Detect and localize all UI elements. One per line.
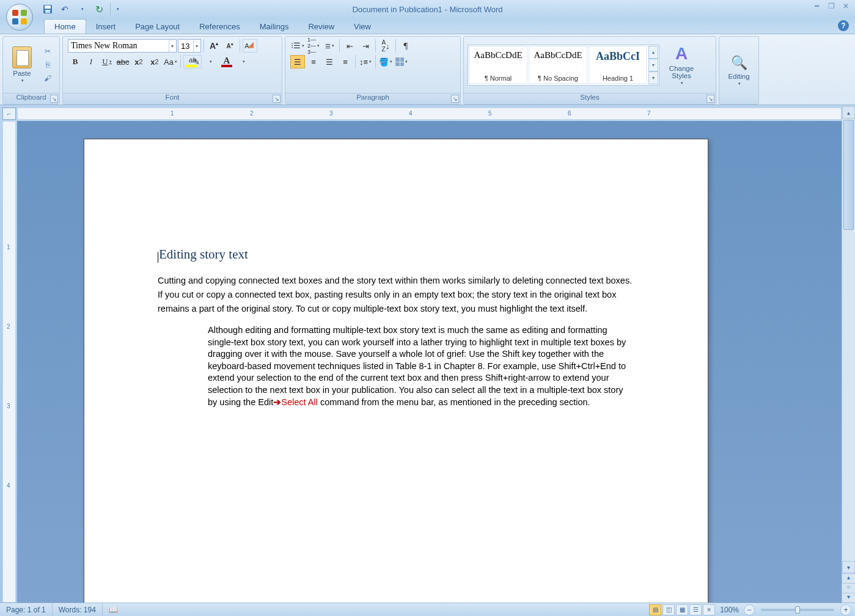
page[interactable]: Editing story text Cutting and copying c…: [84, 139, 708, 603]
format-painter-icon[interactable]: 🖌: [42, 73, 53, 83]
help-icon[interactable]: ?: [838, 20, 849, 31]
tab-view[interactable]: View: [344, 20, 381, 34]
office-button[interactable]: [5, 2, 34, 32]
bullets-button[interactable]: ⁝☰▾: [290, 39, 305, 53]
style-scroll-down[interactable]: ▾: [648, 59, 658, 72]
group-font: Times New Roman ▾ 13 ▾ A▴ A▾ A◢ B I U▾ a…: [62, 36, 282, 105]
decrease-indent-button[interactable]: ⇤: [342, 39, 357, 53]
group-clipboard: Paste ▾ ✂ ⎘ 🖌 Clipboard ↘: [2, 36, 60, 105]
prev-page-button[interactable]: ▴: [842, 573, 855, 583]
vertical-scrollbar[interactable]: ▴ ▾ ▴ ○ ▾: [842, 106, 855, 603]
undo-dropdown[interactable]: ▾: [76, 3, 88, 15]
clipboard-launcher[interactable]: ↘: [50, 95, 58, 103]
vertical-ruler[interactable]: 1 2 3 4: [2, 121, 16, 603]
view-web-layout[interactable]: ▦: [676, 604, 688, 615]
cut-icon[interactable]: ✂: [42, 46, 53, 56]
scroll-down-button[interactable]: ▾: [842, 561, 855, 573]
status-proofing[interactable]: 📖: [103, 603, 124, 616]
scroll-thumb[interactable]: [843, 120, 854, 230]
save-icon[interactable]: [42, 3, 54, 15]
multilevel-button[interactable]: ☰▾: [322, 39, 337, 53]
page-content[interactable]: Editing story text Cutting and copying c…: [158, 244, 634, 408]
borders-button[interactable]: ▾: [394, 55, 409, 68]
highlight-button[interactable]: ab✎: [183, 55, 202, 68]
font-color-button[interactable]: A: [219, 55, 235, 68]
paste-dropdown[interactable]: ▾: [20, 78, 24, 83]
doc-paragraph-2[interactable]: Although editing and formatting multiple…: [208, 324, 634, 408]
editing-button[interactable]: 🔍 Editing ▾: [724, 48, 754, 92]
underline-button[interactable]: U▾: [100, 55, 114, 68]
tab-insert[interactable]: Insert: [86, 20, 126, 34]
font-name-dropdown[interactable]: ▾: [169, 40, 174, 52]
browse-object-button[interactable]: ○: [842, 583, 855, 593]
style-scroll-up[interactable]: ▴: [648, 46, 658, 59]
font-size-combo[interactable]: 13 ▾: [178, 39, 201, 53]
style-heading-1[interactable]: AaBbCcI Heading 1: [589, 46, 647, 84]
tab-review[interactable]: Review: [298, 20, 344, 34]
tab-references[interactable]: References: [189, 20, 249, 34]
copy-icon[interactable]: ⎘: [42, 60, 53, 70]
styles-launcher[interactable]: ↘: [706, 95, 714, 103]
tab-mailings[interactable]: Mailings: [250, 20, 299, 34]
increase-indent-button[interactable]: ⇥: [358, 39, 373, 53]
scroll-up-button[interactable]: ▴: [842, 106, 855, 119]
ruler-toggle[interactable]: ⌐: [2, 108, 16, 120]
clear-formatting-button[interactable]: A◢: [243, 39, 257, 53]
font-launcher[interactable]: ↘: [273, 95, 281, 103]
title-bar: ↶ ▾ ↻ ▾ Document in Publication1 - Micro…: [0, 0, 855, 18]
zoom-level[interactable]: 100%: [720, 606, 739, 614]
highlight-dropdown[interactable]: ▾: [203, 55, 218, 68]
strikethrough-button[interactable]: abc: [116, 55, 130, 68]
zoom-slider-thumb[interactable]: [795, 606, 800, 614]
ribbon: Paste ▾ ✂ ⎘ 🖌 Clipboard ↘ Times New Roma…: [0, 34, 855, 105]
superscript-button[interactable]: x2: [147, 55, 162, 68]
numbering-button[interactable]: 1—2—3—▾: [306, 39, 321, 53]
view-print-layout[interactable]: ▤: [649, 604, 661, 615]
tab-home[interactable]: Home: [44, 19, 86, 34]
undo-icon[interactable]: ↶: [59, 3, 71, 15]
paste-button[interactable]: Paste ▾: [7, 43, 37, 87]
horizontal-ruler[interactable]: 1 2 3 4 5 6 7: [17, 108, 842, 120]
italic-button[interactable]: I: [84, 55, 98, 68]
font-size-dropdown[interactable]: ▾: [193, 40, 198, 52]
status-words[interactable]: Words: 194: [53, 603, 103, 616]
change-case-button[interactable]: Aa▾: [163, 55, 178, 68]
doc-heading[interactable]: Editing story text: [158, 244, 634, 265]
minimize-button[interactable]: ━: [811, 2, 822, 11]
doc-paragraph-1[interactable]: Cutting and copying connected text boxes…: [158, 274, 634, 317]
style-normal[interactable]: AaBbCcDdE ¶ Normal: [469, 46, 527, 84]
align-center-button[interactable]: ≡: [306, 55, 321, 68]
change-styles-button[interactable]: A Change Styles ▾: [662, 43, 701, 87]
style-no-spacing[interactable]: AaBbCcDdE ¶ No Spacing: [529, 46, 587, 84]
close-button[interactable]: ✕: [840, 2, 851, 11]
bold-button[interactable]: B: [68, 55, 83, 68]
qat-customize[interactable]: ▾: [110, 3, 122, 15]
line-spacing-button[interactable]: ↕≡▾: [358, 55, 373, 68]
sort-button[interactable]: AZ↓: [378, 39, 393, 53]
align-left-button[interactable]: ☰: [290, 55, 305, 68]
tab-page-layout[interactable]: Page Layout: [125, 20, 189, 34]
status-page[interactable]: Page: 1 of 1: [0, 603, 53, 616]
subscript-button[interactable]: x2: [131, 55, 146, 68]
redo-icon[interactable]: ↻: [93, 3, 105, 15]
shading-button[interactable]: 🪣▾: [378, 55, 393, 68]
zoom-out-button[interactable]: −: [744, 604, 755, 615]
paragraph-launcher[interactable]: ↘: [451, 95, 459, 103]
font-name-combo[interactable]: Times New Roman ▾: [68, 39, 177, 53]
style-expand[interactable]: ▾: [648, 72, 658, 84]
zoom-slider[interactable]: [761, 609, 834, 611]
justify-button[interactable]: ≡: [338, 55, 353, 68]
shrink-font-button[interactable]: A▾: [222, 39, 237, 53]
next-page-button[interactable]: ▾: [842, 593, 855, 603]
view-full-screen[interactable]: ◫: [662, 604, 675, 615]
paste-label: Paste: [13, 70, 31, 77]
zoom-in-button[interactable]: +: [840, 604, 851, 615]
restore-button[interactable]: ❐: [826, 2, 837, 11]
view-outline[interactable]: ☲: [689, 604, 702, 615]
show-hide-button[interactable]: ¶: [398, 39, 413, 53]
document-area[interactable]: Editing story text Cutting and copying c…: [17, 121, 842, 603]
view-draft[interactable]: ≡: [703, 604, 715, 615]
align-right-button[interactable]: ☰: [322, 55, 337, 68]
font-color-dropdown[interactable]: ▾: [236, 55, 251, 68]
grow-font-button[interactable]: A▴: [207, 39, 221, 53]
